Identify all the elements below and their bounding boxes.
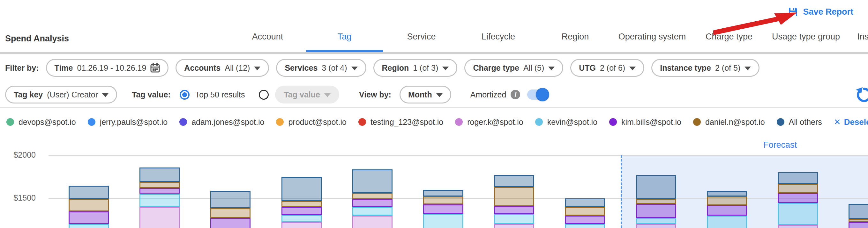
tab-service[interactable]: Service: [383, 32, 460, 53]
view-by-dropdown[interactable]: Month: [400, 86, 451, 104]
pill-value: 2 (of 5): [715, 63, 740, 73]
bar-5-segment-kim[interactable]: [352, 199, 393, 207]
bar-10-segment-kevin[interactable]: [707, 216, 747, 228]
info-icon[interactable]: i: [510, 90, 520, 99]
deselect-all-button[interactable]: ✕Deselect All: [834, 117, 868, 127]
legend-label: All others: [789, 117, 822, 127]
tab-usage-type-group[interactable]: Usage type group: [768, 32, 844, 53]
tab-tag[interactable]: Tag: [306, 32, 383, 53]
save-report-button[interactable]: Save Report: [787, 6, 853, 17]
bar-11-segment-roger[interactable]: [778, 225, 818, 228]
bar-11-segment-daniel[interactable]: [778, 184, 818, 193]
tab-instance-type[interactable]: Instance type: [844, 32, 868, 53]
bar-7-segment-kevin[interactable]: [494, 214, 534, 224]
bar-5-segment-daniel[interactable]: [352, 193, 393, 199]
tag-value-label: Tag value:: [132, 90, 171, 99]
radio-top-50-results[interactable]: [180, 90, 190, 100]
bar-6-segment-kim[interactable]: [423, 204, 463, 213]
legend-item-roger-k-spot-io[interactable]: roger.k@spot.io: [455, 117, 523, 127]
save-icon: [787, 6, 799, 17]
services-filter-pill[interactable]: Services3 (of 4): [276, 59, 366, 77]
bar-3-segment-kim[interactable]: [210, 218, 250, 228]
bar-2-segment-kim[interactable]: [140, 188, 180, 194]
bar-1-segment-kim[interactable]: [69, 212, 109, 225]
legend-item-daniel-n-spot-io[interactable]: daniel.n@spot.io: [693, 117, 765, 127]
bar-4-segment-kevin[interactable]: [281, 215, 322, 222]
tab-lifecycle[interactable]: Lifecycle: [460, 32, 537, 53]
bar-12-segment-daniel[interactable]: [848, 219, 868, 222]
bar-12-segment-kim[interactable]: [848, 222, 868, 228]
bar-2-segment-kevin[interactable]: [140, 194, 180, 207]
legend-item-testing-123-spot-io[interactable]: testing_123@spot.io: [359, 117, 443, 127]
bar-7-segment-daniel[interactable]: [494, 187, 534, 206]
tab-account[interactable]: Account: [229, 32, 306, 53]
pill-label: Services: [285, 63, 317, 73]
bar-4-segment-roger[interactable]: [281, 222, 322, 228]
bar-4-segment-kim[interactable]: [281, 207, 322, 215]
bar-7-segment-roger[interactable]: [494, 224, 534, 228]
pill-label: Accounts: [184, 63, 220, 73]
bar-10-segment-all_others[interactable]: [707, 191, 747, 196]
region-filter-pill[interactable]: Region1 (of 3): [373, 59, 458, 77]
radio-tag-value[interactable]: [259, 90, 269, 100]
bar-4-segment-all_others[interactable]: [281, 177, 322, 201]
bar-1-segment-daniel[interactable]: [69, 199, 109, 212]
utg-filter-pill[interactable]: UTG2 (of 6): [570, 59, 644, 77]
bar-2-segment-all_others[interactable]: [140, 167, 180, 182]
bar-7-segment-all_others[interactable]: [494, 175, 534, 187]
bar-8-segment-all_others[interactable]: [565, 198, 605, 207]
bar-6-segment-daniel[interactable]: [423, 196, 463, 205]
bar-11-segment-all_others[interactable]: [778, 172, 818, 184]
amortized-toggle[interactable]: [527, 89, 548, 100]
legend-item-kevin-spot-io[interactable]: kevin@spot.io: [535, 117, 597, 127]
charge-type-filter-pill[interactable]: Charge typeAll (5): [464, 59, 563, 77]
legend-label: kevin@spot.io: [547, 117, 597, 127]
bar-8-segment-kim[interactable]: [565, 216, 605, 224]
tag-value-dropdown-disabled[interactable]: Tag value: [275, 86, 339, 104]
tag-key-dropdown[interactable]: Tag key (User) Creator: [5, 86, 117, 104]
accounts-filter-pill[interactable]: AccountsAll (12): [176, 59, 269, 77]
bar-2-segment-roger[interactable]: [140, 207, 180, 228]
tab-charge-type[interactable]: Charge type: [690, 32, 768, 53]
legend-item-devops-spot-io[interactable]: devops@spot.io: [6, 117, 76, 127]
bar-2-segment-daniel[interactable]: [140, 182, 180, 188]
bar-3-segment-all_others[interactable]: [210, 191, 250, 208]
chevron-down-icon: [629, 67, 636, 70]
legend-item-product-spot-io[interactable]: product@spot.io: [276, 117, 346, 127]
bar-1-segment-kevin[interactable]: [69, 224, 109, 228]
bar-9-segment-daniel[interactable]: [636, 199, 676, 204]
bar-6-segment-kevin[interactable]: [423, 214, 463, 228]
bar-6-segment-all_others[interactable]: [423, 190, 463, 196]
bar-10-segment-daniel[interactable]: [707, 196, 747, 205]
legend-item-all-others[interactable]: All others: [777, 117, 822, 127]
bar-8-segment-daniel[interactable]: [565, 207, 605, 216]
bar-8-segment-kevin[interactable]: [565, 224, 605, 228]
instance-type-filter-pill[interactable]: Instance type2 (of 5): [651, 59, 760, 77]
tab-operating-system[interactable]: Operating system: [614, 32, 690, 53]
legend-item-jerry-pauls-spot-io[interactable]: jerry.pauls@spot.io: [88, 117, 168, 127]
bar-1-segment-all_others[interactable]: [69, 186, 109, 199]
bar-5-segment-all_others[interactable]: [352, 169, 393, 194]
bar-10-segment-kim[interactable]: [707, 205, 747, 216]
bar-11-segment-kevin[interactable]: [778, 203, 818, 225]
bar-7-segment-kim[interactable]: [494, 206, 534, 215]
legend-item-kim-bills-spot-io[interactable]: kim.bills@spot.io: [609, 117, 681, 127]
legend-label: testing_123@spot.io: [371, 117, 443, 127]
bar-9-segment-kevin[interactable]: [636, 218, 676, 224]
bar-12-segment-all_others[interactable]: [848, 204, 868, 219]
bar-3-segment-daniel[interactable]: [210, 208, 250, 218]
y-axis-tick: $2000: [0, 150, 36, 159]
time-filter-pill[interactable]: Time01.26.19 - 10.26.19: [46, 59, 169, 77]
bar-5-segment-kevin[interactable]: [352, 207, 393, 216]
tab-region[interactable]: Region: [537, 32, 614, 53]
legend-item-adam-jones-spot-io[interactable]: adam.jones@spot.io: [179, 117, 264, 127]
toggle-knob: [536, 88, 549, 101]
bar-4-segment-daniel[interactable]: [281, 201, 322, 207]
bar-5-segment-roger[interactable]: [352, 216, 393, 228]
bar-9-segment-roger[interactable]: [636, 224, 676, 228]
bar-9-segment-all_others[interactable]: [636, 175, 676, 199]
reset-icon[interactable]: [856, 87, 868, 103]
bar-9-segment-kim[interactable]: [636, 204, 676, 219]
legend-label: product@spot.io: [288, 117, 346, 127]
bar-11-segment-kim[interactable]: [778, 193, 818, 203]
